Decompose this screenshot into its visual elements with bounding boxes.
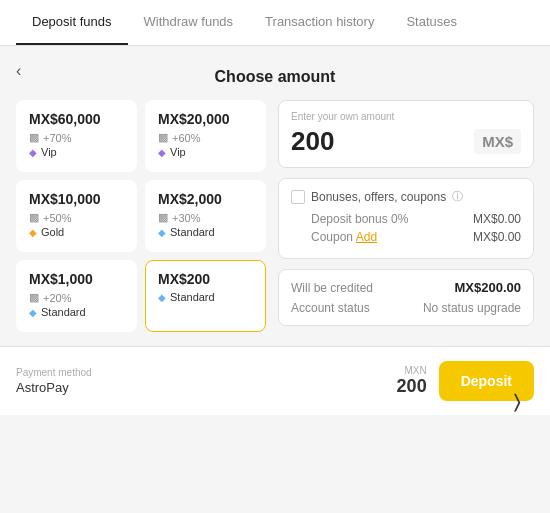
amount-card-1[interactable]: MX$60,000 ▩ +70% ◆ Vip bbox=[16, 100, 137, 172]
bonus-icon-5: ▩ bbox=[29, 291, 39, 304]
tab-withdraw[interactable]: Withdraw funds bbox=[128, 0, 250, 45]
level-icon-3: ◆ bbox=[29, 227, 37, 238]
back-button[interactable]: ‹ bbox=[16, 58, 27, 84]
bonus-icon-3: ▩ bbox=[29, 211, 39, 224]
payment-name: AstroPay bbox=[16, 380, 92, 395]
bonus-checkbox[interactable] bbox=[291, 190, 305, 204]
card-bonus-1: ▩ +70% bbox=[29, 131, 124, 144]
bottom-amount: MXN 200 bbox=[397, 365, 427, 397]
info-icon[interactable]: ⓘ bbox=[452, 189, 463, 204]
card-bonus-2: ▩ +60% bbox=[158, 131, 253, 144]
coupon-row: Coupon Add MX$0.00 bbox=[291, 230, 521, 244]
card-amount-1: MX$60,000 bbox=[29, 111, 124, 127]
level-icon-5: ◆ bbox=[29, 307, 37, 318]
amount-card-3[interactable]: MX$10,000 ▩ +50% ◆ Gold bbox=[16, 180, 137, 252]
coupon-label: Coupon Add bbox=[311, 230, 377, 244]
tab-deposit[interactable]: Deposit funds bbox=[16, 0, 128, 45]
card-level-3: ◆ Gold bbox=[29, 226, 124, 238]
level-icon-6: ◆ bbox=[158, 292, 166, 303]
tab-history[interactable]: Transaction history bbox=[249, 0, 390, 45]
bonus-title: Bonuses, offers, coupons bbox=[311, 190, 446, 204]
deposit-bonus-value: MX$0.00 bbox=[473, 212, 521, 226]
main-layout: MX$60,000 ▩ +70% ◆ Vip MX$20,000 ▩ +60% bbox=[16, 100, 534, 332]
currency-badge: MX$ bbox=[474, 129, 521, 154]
card-bonus-5: ▩ +20% bbox=[29, 291, 124, 304]
input-label: Enter your own amount bbox=[291, 111, 521, 122]
level-icon-2: ◆ bbox=[158, 147, 166, 158]
deposit-bonus-row: Deposit bonus 0% MX$0.00 bbox=[291, 212, 521, 226]
card-amount-2: MX$20,000 bbox=[158, 111, 253, 127]
page-title: Choose amount bbox=[16, 68, 534, 86]
level-icon-4: ◆ bbox=[158, 227, 166, 238]
amount-card-2[interactable]: MX$20,000 ▩ +60% ◆ Vip bbox=[145, 100, 266, 172]
amount-card-6[interactable]: MX$200 ◆ Standard bbox=[145, 260, 266, 332]
payment-label: Payment method bbox=[16, 367, 92, 378]
tab-statuses[interactable]: Statuses bbox=[390, 0, 473, 45]
card-bonus-4: ▩ +30% bbox=[158, 211, 253, 224]
bottom-right: MXN 200 Deposit 〉 bbox=[397, 361, 534, 401]
account-status-row: Account status No status upgrade bbox=[291, 301, 521, 315]
card-amount-3: MX$10,000 bbox=[29, 191, 124, 207]
bottom-currency: MXN bbox=[397, 365, 427, 376]
amount-cards-grid: MX$60,000 ▩ +70% ◆ Vip MX$20,000 ▩ +60% bbox=[16, 100, 266, 332]
card-level-4: ◆ Standard bbox=[158, 226, 253, 238]
card-amount-5: MX$1,000 bbox=[29, 271, 124, 287]
bonus-icon-1: ▩ bbox=[29, 131, 39, 144]
bottom-number: 200 bbox=[397, 376, 427, 397]
amount-input-box: Enter your own amount 200 MX$ bbox=[278, 100, 534, 168]
bottom-bar: Payment method AstroPay MXN 200 Deposit … bbox=[0, 346, 550, 415]
will-be-credited-row: Will be credited MX$200.00 bbox=[291, 280, 521, 295]
card-level-1: ◆ Vip bbox=[29, 146, 124, 158]
amount-display[interactable]: 200 bbox=[291, 126, 334, 157]
account-status-value: No status upgrade bbox=[423, 301, 521, 315]
deposit-bonus-label: Deposit bonus 0% bbox=[311, 212, 408, 226]
payment-info: Payment method AstroPay bbox=[16, 367, 92, 395]
bonuses-box: Bonuses, offers, coupons ⓘ Deposit bonus… bbox=[278, 178, 534, 259]
card-level-5: ◆ Standard bbox=[29, 306, 124, 318]
right-panel: Enter your own amount 200 MX$ Bonuses, o… bbox=[278, 100, 534, 332]
bonus-icon-4: ▩ bbox=[158, 211, 168, 224]
credit-box: Will be credited MX$200.00 Account statu… bbox=[278, 269, 534, 326]
deposit-button[interactable]: Deposit 〉 bbox=[439, 361, 534, 401]
page-content: ‹ Choose amount MX$60,000 ▩ +70% ◆ Vip M… bbox=[0, 46, 550, 415]
will-be-credited-label: Will be credited bbox=[291, 281, 373, 295]
card-amount-4: MX$2,000 bbox=[158, 191, 253, 207]
bonus-header: Bonuses, offers, coupons ⓘ bbox=[291, 189, 521, 204]
bonus-icon-2: ▩ bbox=[158, 131, 168, 144]
cursor-indicator: 〉 bbox=[514, 392, 520, 413]
level-icon-1: ◆ bbox=[29, 147, 37, 158]
card-level-2: ◆ Vip bbox=[158, 146, 253, 158]
coupon-add-link[interactable]: Add bbox=[356, 230, 377, 244]
amount-card-5[interactable]: MX$1,000 ▩ +20% ◆ Standard bbox=[16, 260, 137, 332]
card-bonus-3: ▩ +50% bbox=[29, 211, 124, 224]
amount-card-4[interactable]: MX$2,000 ▩ +30% ◆ Standard bbox=[145, 180, 266, 252]
card-amount-6: MX$200 bbox=[158, 271, 253, 287]
account-status-label: Account status bbox=[291, 301, 370, 315]
coupon-value: MX$0.00 bbox=[473, 230, 521, 244]
input-row: 200 MX$ bbox=[291, 126, 521, 157]
card-level-6: ◆ Standard bbox=[158, 291, 253, 303]
will-be-credited-value: MX$200.00 bbox=[455, 280, 522, 295]
tabs-bar: Deposit funds Withdraw funds Transaction… bbox=[0, 0, 550, 46]
